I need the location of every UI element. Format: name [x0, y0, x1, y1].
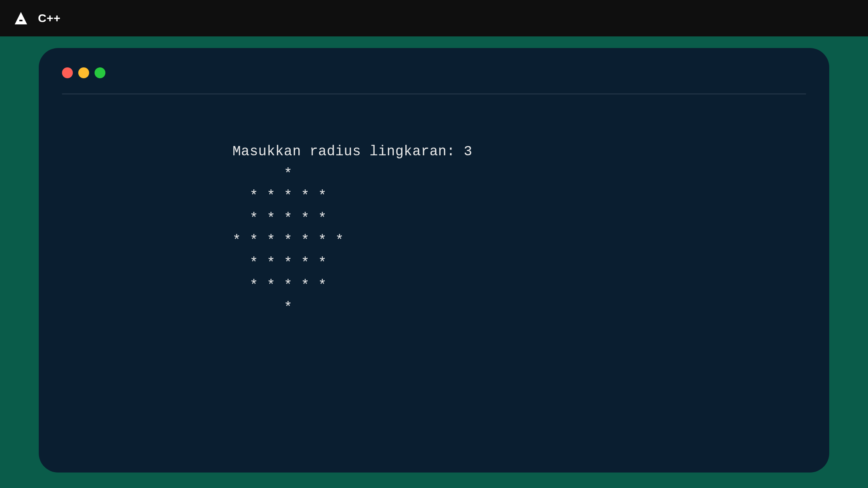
app-header: C++ [0, 0, 868, 36]
content-area: Masukkan radius lingkaran: 3 * * * * * *… [0, 36, 868, 488]
terminal-body: Masukkan radius lingkaran: 3 * * * * * *… [62, 94, 806, 453]
terminal-output: Masukkan radius lingkaran: 3 * * * * * *… [232, 141, 806, 319]
language-label: C++ [38, 12, 60, 25]
terminal-window: Masukkan radius lingkaran: 3 * * * * * *… [39, 48, 829, 473]
svg-rect-0 [19, 21, 22, 24]
minimize-icon[interactable] [78, 67, 89, 78]
close-icon[interactable] [62, 67, 73, 78]
window-controls [62, 67, 806, 94]
maximize-icon[interactable] [95, 67, 105, 78]
app-logo-icon [12, 9, 30, 27]
